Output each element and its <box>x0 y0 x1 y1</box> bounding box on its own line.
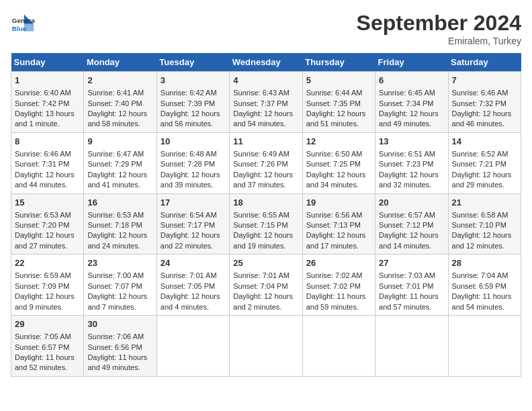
svg-text:General: General <box>12 17 35 24</box>
calendar-cell: 17 Sunrise: 6:54 AM Sunset: 7:17 PM Dayl… <box>157 193 229 255</box>
calendar-cell: 10 Sunrise: 6:48 AM Sunset: 7:28 PM Dayl… <box>157 132 229 193</box>
daylight-text: Daylight: 12 hours and 39 minutes. <box>161 171 220 189</box>
calendar-cell: 18 Sunrise: 6:55 AM Sunset: 7:15 PM Dayl… <box>230 193 302 255</box>
sunset-text: Sunset: 7:01 PM <box>379 282 433 290</box>
daylight-text: Daylight: 13 hours and 1 minute. <box>15 109 75 128</box>
daylight-text: Daylight: 12 hours and 4 minutes. <box>161 292 220 310</box>
day-header-sunday: Sunday <box>11 53 84 72</box>
calendar-cell: 23 Sunrise: 7:00 AM Sunset: 7:07 PM Dayl… <box>84 255 157 316</box>
day-number: 5 <box>306 75 371 87</box>
calendar-cell: 5 Sunrise: 6:44 AM Sunset: 7:35 PM Dayli… <box>302 72 375 133</box>
day-number: 17 <box>161 197 226 209</box>
sunrise-text: Sunrise: 6:53 AM <box>15 211 71 219</box>
sunset-text: Sunset: 7:15 PM <box>233 221 287 229</box>
sunset-text: Sunset: 7:26 PM <box>233 160 287 168</box>
day-number: 27 <box>379 257 444 269</box>
daylight-text: Daylight: 12 hours and 17 minutes. <box>306 231 366 249</box>
sunset-text: Sunset: 7:37 PM <box>233 99 287 107</box>
day-number: 6 <box>379 75 444 87</box>
sunrise-text: Sunrise: 6:56 AM <box>306 211 363 219</box>
day-number: 2 <box>87 75 152 87</box>
sunset-text: Sunset: 7:40 PM <box>87 99 142 107</box>
calendar-cell: 19 Sunrise: 6:56 AM Sunset: 7:13 PM Dayl… <box>302 193 375 255</box>
sunrise-text: Sunrise: 6:45 AM <box>379 89 435 97</box>
calendar-cell: 30 Sunrise: 7:06 AM Sunset: 6:56 PM Dayl… <box>84 316 157 377</box>
sunrise-text: Sunrise: 6:58 AM <box>452 211 508 219</box>
calendar-cell: 4 Sunrise: 6:43 AM Sunset: 7:37 PM Dayli… <box>230 72 302 133</box>
daylight-text: Daylight: 12 hours and 56 minutes. <box>161 109 220 128</box>
calendar-cell: 29 Sunrise: 7:05 AM Sunset: 6:57 PM Dayl… <box>11 316 84 377</box>
calendar-cell: 7 Sunrise: 6:46 AM Sunset: 7:32 PM Dayli… <box>448 72 521 133</box>
sunset-text: Sunset: 7:07 PM <box>87 282 142 290</box>
day-number: 24 <box>161 257 226 269</box>
calendar-cell: 12 Sunrise: 6:50 AM Sunset: 7:25 PM Dayl… <box>302 132 375 193</box>
calendar-cell: 27 Sunrise: 7:03 AM Sunset: 7:01 PM Dayl… <box>375 255 448 316</box>
sunset-text: Sunset: 7:23 PM <box>379 160 433 168</box>
sunset-text: Sunset: 7:04 PM <box>233 282 287 290</box>
calendar-cell: 9 Sunrise: 6:47 AM Sunset: 7:29 PM Dayli… <box>84 132 157 193</box>
sunset-text: Sunset: 7:05 PM <box>161 282 215 290</box>
sunset-text: Sunset: 6:59 PM <box>452 282 506 290</box>
sunrise-text: Sunrise: 6:42 AM <box>161 89 217 97</box>
daylight-text: Daylight: 12 hours and 44 minutes. <box>15 171 75 189</box>
sunrise-text: Sunrise: 6:50 AM <box>306 150 363 158</box>
sunrise-text: Sunrise: 7:01 AM <box>233 271 290 279</box>
sunrise-text: Sunrise: 6:41 AM <box>87 89 144 97</box>
daylight-text: Daylight: 12 hours and 29 minutes. <box>452 171 512 189</box>
day-number: 1 <box>15 75 80 87</box>
day-number: 28 <box>452 257 517 269</box>
day-number: 7 <box>452 75 517 87</box>
sunset-text: Sunset: 7:17 PM <box>161 221 215 229</box>
sunrise-text: Sunrise: 6:40 AM <box>15 89 71 97</box>
sunset-text: Sunset: 7:10 PM <box>452 221 506 229</box>
sunrise-text: Sunrise: 6:43 AM <box>233 89 290 97</box>
sunrise-text: Sunrise: 6:49 AM <box>233 150 290 158</box>
sunset-text: Sunset: 7:21 PM <box>452 160 506 168</box>
day-number: 16 <box>87 197 152 209</box>
sunrise-text: Sunrise: 6:57 AM <box>379 211 435 219</box>
sunrise-text: Sunrise: 6:47 AM <box>87 150 144 158</box>
day-number: 8 <box>15 136 80 148</box>
calendar-cell: 1 Sunrise: 6:40 AM Sunset: 7:42 PM Dayli… <box>11 72 84 133</box>
calendar-cell: 8 Sunrise: 6:46 AM Sunset: 7:31 PM Dayli… <box>11 132 84 193</box>
daylight-text: Daylight: 12 hours and 7 minutes. <box>87 292 147 310</box>
calendar-cell: 22 Sunrise: 6:59 AM Sunset: 7:09 PM Dayl… <box>11 255 84 316</box>
daylight-text: Daylight: 12 hours and 12 minutes. <box>452 231 512 249</box>
day-number: 19 <box>306 197 371 209</box>
calendar-cell: 6 Sunrise: 6:45 AM Sunset: 7:34 PM Dayli… <box>375 72 448 133</box>
day-number: 26 <box>306 257 371 269</box>
sunset-text: Sunset: 7:20 PM <box>15 221 69 229</box>
daylight-text: Daylight: 12 hours and 32 minutes. <box>379 171 439 189</box>
page-header: General Blue September 2024 Emiralem, Tu… <box>11 11 521 46</box>
calendar-cell: 26 Sunrise: 7:02 AM Sunset: 7:02 PM Dayl… <box>302 255 375 316</box>
daylight-text: Daylight: 12 hours and 24 minutes. <box>87 231 147 249</box>
calendar-cell: 11 Sunrise: 6:49 AM Sunset: 7:26 PM Dayl… <box>230 132 302 193</box>
calendar-cell: 2 Sunrise: 6:41 AM Sunset: 7:40 PM Dayli… <box>84 72 157 133</box>
sunrise-text: Sunrise: 6:54 AM <box>161 211 217 219</box>
day-number: 30 <box>87 318 152 330</box>
day-number: 4 <box>233 75 298 87</box>
calendar-cell: 25 Sunrise: 7:01 AM Sunset: 7:04 PM Dayl… <box>230 255 302 316</box>
day-header-friday: Friday <box>375 53 448 72</box>
calendar-cell: 21 Sunrise: 6:58 AM Sunset: 7:10 PM Dayl… <box>448 193 521 255</box>
daylight-text: Daylight: 11 hours and 49 minutes. <box>87 353 147 371</box>
sunrise-text: Sunrise: 7:06 AM <box>87 332 144 340</box>
location-subtitle: Emiralem, Turkey <box>357 36 521 46</box>
day-number: 22 <box>15 257 80 269</box>
daylight-text: Daylight: 12 hours and 14 minutes. <box>379 231 439 249</box>
calendar-cell: 16 Sunrise: 6:53 AM Sunset: 7:18 PM Dayl… <box>84 193 157 255</box>
daylight-text: Daylight: 12 hours and 41 minutes. <box>87 171 147 189</box>
sunrise-text: Sunrise: 6:46 AM <box>15 150 71 158</box>
calendar-cell: 28 Sunrise: 7:04 AM Sunset: 6:59 PM Dayl… <box>448 255 521 316</box>
daylight-text: Daylight: 12 hours and 19 minutes. <box>233 231 293 249</box>
sunset-text: Sunset: 7:25 PM <box>306 160 361 168</box>
daylight-text: Daylight: 11 hours and 52 minutes. <box>15 353 75 371</box>
daylight-text: Daylight: 11 hours and 57 minutes. <box>379 292 439 310</box>
daylight-text: Daylight: 12 hours and 34 minutes. <box>306 171 366 189</box>
day-number: 15 <box>15 197 80 209</box>
calendar-cell <box>302 316 375 377</box>
day-number: 3 <box>161 75 226 87</box>
sunset-text: Sunset: 7:34 PM <box>379 99 433 107</box>
sunset-text: Sunset: 7:02 PM <box>306 282 361 290</box>
calendar-cell: 24 Sunrise: 7:01 AM Sunset: 7:05 PM Dayl… <box>157 255 229 316</box>
